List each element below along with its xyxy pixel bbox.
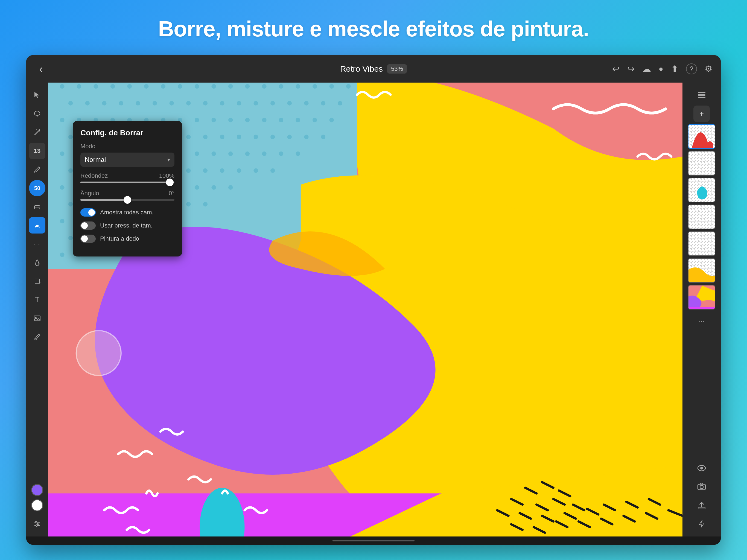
svg-point-56: [304, 101, 308, 105]
svg-point-20: [37, 523, 39, 525]
redo-button[interactable]: ↪: [627, 64, 635, 74]
svg-point-71: [262, 118, 266, 122]
svg-point-76: [68, 134, 73, 139]
layer-item-6[interactable]: [688, 258, 715, 283]
svg-point-45: [119, 101, 123, 105]
use-pressure-label: Usar press. de tam.: [100, 222, 153, 229]
help-button[interactable]: ?: [686, 63, 697, 74]
svg-point-130: [228, 185, 233, 189]
svg-point-25: [77, 84, 81, 88]
layer-item-3[interactable]: [688, 178, 715, 202]
svg-point-72: [279, 118, 283, 122]
tool-crop[interactable]: [29, 273, 45, 289]
settings-button[interactable]: ⚙: [705, 64, 713, 74]
svg-point-89: [287, 134, 292, 139]
tool-brush[interactable]: [29, 161, 45, 178]
scroll-indicator[interactable]: [333, 540, 414, 541]
svg-point-86: [237, 134, 241, 139]
camera-button[interactable]: [693, 479, 710, 495]
layer-item-5[interactable]: [688, 231, 715, 256]
svg-point-100: [195, 152, 199, 156]
back-button[interactable]: ‹: [34, 62, 48, 75]
share-button[interactable]: ⬆: [671, 64, 678, 74]
use-pressure-toggle[interactable]: [80, 222, 96, 230]
svg-point-8: [36, 225, 38, 227]
svg-point-147: [68, 236, 73, 240]
svg-point-26: [94, 84, 98, 88]
secondary-color[interactable]: [31, 499, 43, 511]
undo-button[interactable]: ↩: [612, 64, 620, 74]
roundness-label: Redondez: [80, 172, 108, 179]
layer-item-1[interactable]: [688, 124, 715, 149]
tool-image[interactable]: [29, 310, 45, 327]
layer-item-7[interactable]: [688, 285, 715, 309]
svg-rect-181: [698, 94, 705, 96]
opacity-badge[interactable]: 50: [29, 180, 45, 196]
cloud-icon[interactable]: ☁: [642, 64, 651, 74]
angle-label: Ângulo: [80, 190, 99, 197]
angle-slider[interactable]: [80, 199, 175, 201]
tool-text[interactable]: T: [29, 291, 45, 308]
back-icon: ‹: [39, 63, 43, 75]
visibility-button[interactable]: [693, 460, 710, 476]
svg-point-103: [245, 152, 250, 156]
svg-point-131: [68, 202, 73, 206]
svg-point-83: [186, 134, 190, 139]
svg-point-73: [295, 118, 300, 122]
svg-point-30: [161, 84, 165, 88]
document-title: Retro Vibes: [340, 64, 383, 74]
svg-point-57: [321, 101, 325, 105]
export-button[interactable]: [693, 497, 710, 513]
svg-point-69: [228, 118, 233, 122]
tool-select[interactable]: [29, 87, 45, 103]
layer-item-4[interactable]: [688, 205, 715, 229]
roundness-value: 100%: [159, 172, 175, 179]
svg-point-128: [195, 185, 199, 189]
tool-active[interactable]: [29, 217, 45, 233]
svg-point-118: [254, 169, 258, 173]
svg-marker-0: [34, 92, 40, 98]
svg-point-59: [60, 118, 64, 122]
zoom-badge[interactable]: 53%: [387, 64, 407, 74]
sample-all-toggle[interactable]: [80, 208, 96, 217]
svg-point-52: [237, 101, 241, 105]
sample-all-toggle-row: Amostra todas cam.: [80, 208, 175, 217]
svg-point-33: [211, 84, 216, 88]
lightning-button[interactable]: [693, 516, 710, 532]
svg-point-106: [295, 152, 300, 156]
add-layer-button[interactable]: +: [693, 105, 710, 122]
svg-point-54: [271, 101, 275, 105]
mode-select[interactable]: Normal ▾: [80, 153, 175, 167]
svg-point-27: [110, 84, 115, 88]
primary-color[interactable]: [31, 484, 43, 496]
svg-point-116: [220, 169, 224, 173]
profile-icon[interactable]: ●: [659, 65, 663, 73]
svg-point-24: [60, 84, 64, 88]
adjustments-button[interactable]: [29, 516, 45, 532]
left-toolbar: 13 50 ···: [26, 82, 48, 536]
layer-item-2[interactable]: [688, 151, 715, 176]
svg-point-36: [262, 84, 266, 88]
sample-all-label: Amostra todas cam.: [100, 209, 154, 216]
svg-point-120: [60, 185, 64, 189]
svg-point-28: [127, 84, 131, 88]
use-pressure-toggle-row: Usar press. de tam.: [80, 222, 175, 230]
tool-magic-wand[interactable]: [29, 124, 45, 141]
svg-point-44: [102, 101, 106, 105]
layers-button[interactable]: [693, 87, 710, 103]
tool-fill[interactable]: [29, 254, 45, 271]
roundness-slider[interactable]: [80, 182, 175, 183]
svg-point-32: [195, 84, 199, 88]
svg-point-53: [254, 101, 258, 105]
brush-size-badge[interactable]: 13: [29, 143, 45, 159]
more-layers-button[interactable]: ···: [693, 313, 710, 329]
tool-more[interactable]: ···: [29, 236, 45, 252]
top-bar: ‹ Retro Vibes 53% ↩ ↪ ☁ ● ⬆ ? ⚙: [26, 55, 721, 82]
svg-point-29: [144, 84, 149, 88]
tool-eraser[interactable]: [29, 199, 45, 215]
svg-line-2: [34, 131, 39, 135]
layers-list: [682, 124, 721, 309]
tool-eyedropper[interactable]: [29, 329, 45, 345]
finger-paint-toggle[interactable]: [80, 235, 96, 243]
tool-lasso[interactable]: [29, 105, 45, 122]
